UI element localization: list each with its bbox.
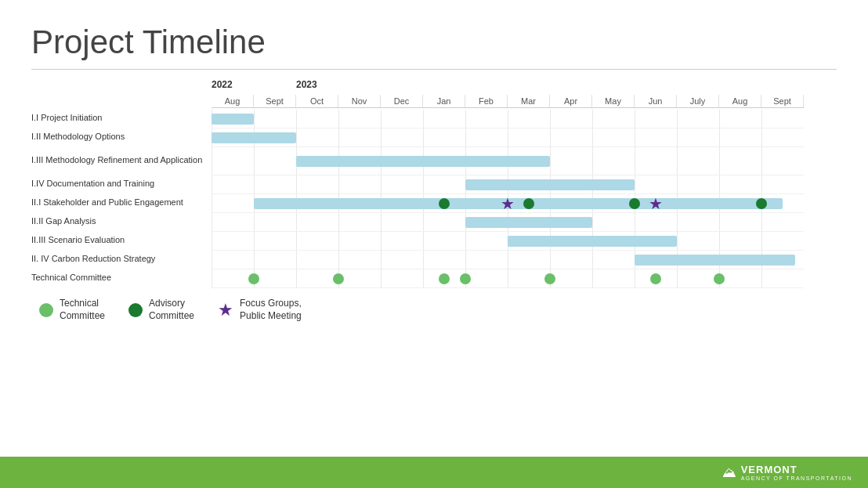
legend-item: ★Focus Groups,Public Meeting [218,298,302,322]
legend-item: AdvisoryCommittee [128,298,194,322]
brand-sub: AGENCY OF TRANSPORTATION [741,475,852,481]
row-labels: I.I Project InitiationI.II Methodology O… [31,79,212,288]
legend-item: TechnicalCommittee [39,298,105,322]
vermont-logo: ⛰ VERMONT AGENCY OF TRANSPORTATION [722,464,852,482]
gantt-bar [465,217,592,228]
gantt-bar [254,198,783,209]
gantt-bar [212,132,296,143]
month-header: Jun [635,95,677,107]
dot-marker [439,273,450,284]
month-header: Aug [212,95,254,107]
month-header: Oct [296,95,338,107]
dot-marker [756,198,767,209]
star-marker: ★ [501,196,515,211]
brand-name: VERMONT [741,464,852,476]
month-header: Nov [338,95,381,107]
footer-bar: ⛰ VERMONT AGENCY OF TRANSPORTATION [0,457,868,488]
row-label: II.III Scenario Evaluation [31,231,212,250]
legend-star-icon: ★ [218,302,233,319]
row-label: II.II Gap Analysis [31,212,212,231]
mountain-icon: ⛰ [722,465,736,481]
row-label: II.I Stakeholder and Public Engagement [31,193,212,212]
gantt-container: 20222023AugSeptOctNovDecJanFebMarAprMayJ… [212,79,837,288]
gantt-row [212,251,804,269]
gantt-row [212,147,804,175]
month-header: Dec [381,95,423,107]
page-title: Project Timeline [31,23,837,61]
legend: TechnicalCommitteeAdvisoryCommittee★Focu… [31,298,837,322]
gantt-row [212,232,804,251]
dot-marker [544,273,555,284]
legend-dot-icon [128,303,143,317]
divider [31,69,837,70]
year-label: 2023 [296,79,317,90]
month-header: Mar [508,95,550,107]
dot-marker [650,273,661,284]
dot-marker [523,198,534,209]
gantt-row [212,110,804,128]
month-header: Jan [423,95,465,107]
dot-marker [714,273,725,284]
legend-label: Focus Groups,Public Meeting [240,298,302,322]
month-header: May [592,95,635,107]
row-label: I.I Project Initiation [31,109,212,128]
month-header: Sept [761,95,804,107]
month-header: Feb [465,95,508,107]
dot-marker [460,273,471,284]
legend-label: AdvisoryCommittee [149,298,194,322]
month-header: July [677,95,719,107]
row-label: I.III Methodology Refinement and Applica… [31,146,212,175]
month-header: Apr [550,95,592,107]
month-header: Sept [254,95,296,107]
chart-area: I.I Project InitiationI.II Methodology O… [31,79,837,288]
row-label: I.IV Documentation and Training [31,175,212,193]
legend-dot-icon [39,303,53,317]
legend-label: TechnicalCommittee [60,298,105,322]
gantt-bar [635,255,795,266]
dot-marker [629,198,640,209]
gantt-row: ★★ [212,194,804,213]
gantt-bar [212,114,254,125]
month-header: Aug [719,95,761,107]
slide: Project Timeline I.I Project InitiationI… [0,0,868,457]
gantt-row [212,269,804,288]
row-label: II. IV Carbon Reduction Strategy [31,250,212,269]
gantt-bar [465,179,635,190]
gantt-row [212,175,804,194]
row-label: I.II Methodology Options [31,128,212,146]
dot-marker [439,198,450,209]
gantt-bar [296,156,550,167]
gantt-bar [508,236,677,247]
dot-marker [248,273,259,284]
star-marker: ★ [649,196,663,211]
gantt-row [212,128,804,147]
row-label: Technical Committee [31,269,212,287]
dot-marker [333,273,344,284]
gantt-row [212,213,804,232]
year-label: 2022 [212,79,233,90]
